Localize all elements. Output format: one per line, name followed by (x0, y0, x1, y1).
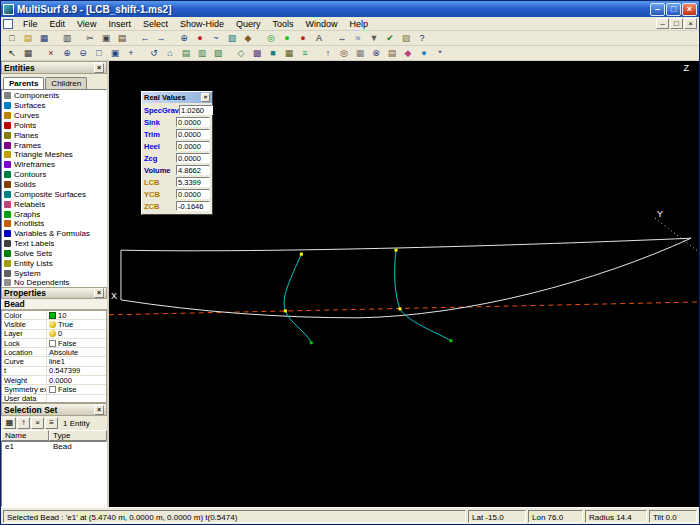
property-row[interactable]: Symmetry exempt False (2, 385, 106, 394)
select-arrow-icon[interactable]: ↖ (4, 46, 20, 60)
snap-icon[interactable]: ◎ (336, 46, 352, 60)
contours-icon[interactable]: ≡ (297, 46, 313, 60)
zoom-fit-icon[interactable]: ▣ (107, 46, 123, 60)
property-value-cell[interactable]: 0.0000 (47, 376, 106, 385)
insert-surface-icon[interactable]: ▧ (224, 31, 240, 45)
print-icon[interactable]: ▥ (59, 31, 75, 45)
view-side-icon[interactable]: ▥ (194, 46, 210, 60)
property-value-cell[interactable]: True (47, 320, 106, 329)
menu-item[interactable]: File (17, 18, 44, 30)
normals-icon[interactable]: ↑ (320, 46, 336, 60)
zoom-in-icon[interactable]: ⊕ (59, 46, 75, 60)
real-values-window[interactable]: Real Values × SpecGrav 1.0260 Sink 0.000… (141, 91, 213, 215)
real-value-field[interactable]: 5.3399 (176, 177, 210, 187)
measure-icon[interactable]: ↔ (334, 31, 350, 45)
help-icon[interactable]: ? (414, 31, 430, 45)
tree-item[interactable]: System (4, 268, 106, 278)
render-icon[interactable]: ● (416, 46, 432, 60)
menu-item[interactable]: Window (299, 18, 343, 30)
zoom-out-icon[interactable]: ⊖ (75, 46, 91, 60)
selection-row[interactable]: e1 Bead (2, 442, 106, 452)
tab[interactable]: Parents (3, 77, 44, 89)
text-label-icon[interactable]: A (311, 31, 327, 45)
options-icon[interactable]: ▨ (398, 31, 414, 45)
insert-point-icon[interactable]: ● (192, 31, 208, 45)
promote-icon[interactable]: ↑ (17, 417, 30, 429)
menu-item[interactable]: Select (137, 18, 174, 30)
tree-item[interactable]: Solve Sets (4, 249, 106, 259)
layers-icon[interactable]: ▤ (384, 46, 400, 60)
tree-item[interactable]: Text Labels (4, 239, 106, 249)
property-value-cell[interactable]: 0.547399 (47, 366, 106, 375)
menu-item[interactable]: Tools (266, 18, 299, 30)
show-hide-icon[interactable]: ◎ (263, 31, 279, 45)
tree-item[interactable]: Entity Lists (4, 258, 106, 268)
model-viewport[interactable]: Z Y X Real Values × SpecGrav 1.0260 (109, 61, 699, 507)
tree-item[interactable]: Composite Surfaces (4, 189, 106, 199)
property-row[interactable]: User data (2, 395, 106, 403)
tree-item[interactable]: No Dependents (4, 278, 106, 287)
column-header-name[interactable]: Name (1, 430, 49, 441)
view-home-icon[interactable]: ⌂ (162, 46, 178, 60)
selection-grid-icon[interactable]: ▦ (3, 417, 16, 429)
zoom-all-icon[interactable]: ⊕ (176, 31, 192, 45)
tree-item[interactable]: Surfaces (4, 101, 106, 111)
close-icon[interactable]: × (94, 288, 104, 298)
real-value-field[interactable]: 0.0000 (176, 117, 210, 127)
tree-item[interactable]: Relabels (4, 199, 106, 209)
tree-item[interactable]: Planes (4, 130, 106, 140)
insert-curve-icon[interactable]: ~ (208, 31, 224, 45)
menu-item[interactable]: Edit (44, 18, 72, 30)
real-value-field[interactable]: 1.0260 (179, 105, 213, 115)
tree-item[interactable]: Points (4, 121, 106, 131)
property-value-cell[interactable]: 10 (47, 311, 106, 320)
real-value-field[interactable]: 0.0000 (176, 153, 210, 163)
property-row[interactable]: Location Absolute (2, 348, 106, 357)
selection-list-icon[interactable]: ≡ (45, 417, 58, 429)
column-header-type[interactable]: Type (49, 430, 107, 441)
view-perspective-icon[interactable]: ◇ (233, 46, 249, 60)
tree-item[interactable]: Contours (4, 170, 106, 180)
tree-item[interactable]: Knotlists (4, 219, 106, 229)
property-row[interactable]: Visible True (2, 320, 106, 329)
property-row[interactable]: Layer 0 (2, 330, 106, 339)
tree-item[interactable]: Graphs (4, 209, 106, 219)
check-model-icon[interactable]: ✔ (382, 31, 398, 45)
tree-item[interactable]: Triangle Meshes (4, 150, 106, 160)
property-value-cell[interactable]: Absolute (47, 348, 106, 357)
property-value-cell[interactable]: line1 (47, 357, 106, 366)
mass-properties-icon[interactable]: ▼ (366, 31, 382, 45)
redo-icon[interactable]: → (153, 31, 169, 45)
cut-icon[interactable]: ✂ (82, 31, 98, 45)
menu-item[interactable]: Insert (102, 18, 137, 30)
property-value-cell[interactable]: False (47, 339, 106, 348)
maximize-button[interactable]: □ (666, 3, 681, 16)
child-close-button[interactable]: × (684, 18, 697, 29)
minimize-button[interactable]: – (650, 3, 665, 16)
color-icon[interactable]: ◆ (400, 46, 416, 60)
deselect-icon[interactable]: × (43, 46, 59, 60)
real-value-field[interactable]: 0.0000 (176, 129, 210, 139)
close-icon[interactable]: × (201, 93, 210, 102)
real-value-field[interactable]: 4.8662 (176, 165, 210, 175)
save-icon[interactable]: ▦ (36, 31, 52, 45)
property-row[interactable]: t 0.547399 (2, 367, 106, 376)
property-row[interactable]: Lock False (2, 339, 106, 348)
hydrostatics-icon[interactable]: ≈ (350, 31, 366, 45)
grid-toggle-icon[interactable]: ▦ (352, 46, 368, 60)
real-value-field[interactable]: 0.0000 (176, 141, 210, 151)
undo-icon[interactable]: ← (137, 31, 153, 45)
settings-icon[interactable]: * (432, 46, 448, 60)
close-button[interactable]: × (682, 3, 697, 16)
mesh-icon[interactable]: ▦ (281, 46, 297, 60)
tree-item[interactable]: Frames (4, 140, 106, 150)
axes-icon[interactable]: ⊗ (368, 46, 384, 60)
clear-selection-icon[interactable]: × (31, 417, 44, 429)
paste-icon[interactable]: ▤ (114, 31, 130, 45)
child-minimize-button[interactable]: – (656, 18, 669, 29)
zoom-window-icon[interactable]: □ (91, 46, 107, 60)
menu-item[interactable]: Show-Hide (174, 18, 230, 30)
tree-item[interactable]: Variables & Formulas (4, 229, 106, 239)
visible-icon[interactable]: ● (279, 31, 295, 45)
property-row[interactable]: Color 10 (2, 311, 106, 320)
